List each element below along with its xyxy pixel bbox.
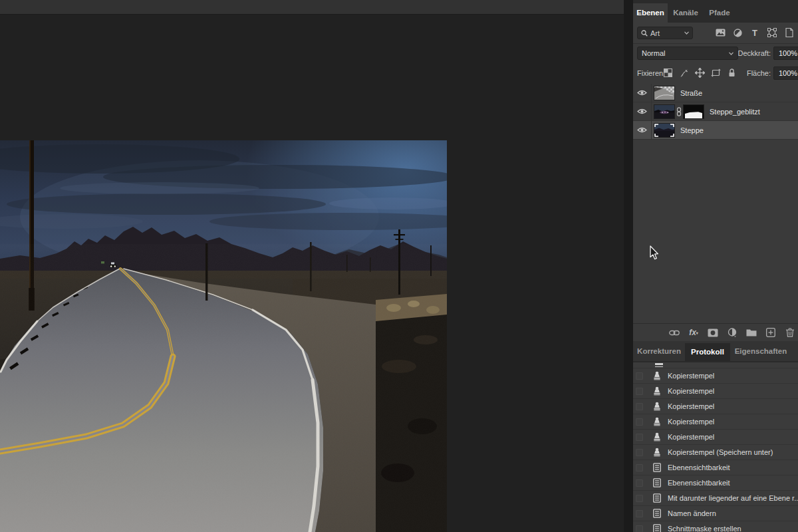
new-layer-icon[interactable] [764, 327, 777, 338]
history-source-well[interactable] [636, 495, 643, 502]
shape-filter-icon[interactable] [766, 27, 778, 38]
lock-transparency-icon[interactable] [662, 67, 674, 78]
history-source-well[interactable] [636, 403, 643, 410]
history-row[interactable]: Ebenensichtbarkeit [633, 475, 798, 491]
history-step-label: Ebenensichtbarkeit [668, 479, 730, 487]
history-source-well[interactable] [636, 449, 643, 456]
history-source-well[interactable] [636, 464, 643, 471]
history-source-well[interactable] [636, 510, 643, 517]
opacity-label: Deckkraft: [737, 44, 771, 63]
visibility-toggle[interactable] [633, 102, 652, 120]
history-source-well[interactable] [636, 388, 643, 395]
adjustment-layer-icon[interactable] [726, 327, 739, 338]
lock-all-icon[interactable] [726, 67, 737, 78]
tab-protokoll[interactable]: Protokoll [685, 343, 730, 361]
layer-row-strasse[interactable]: Straße [633, 84, 798, 102]
visibility-toggle[interactable] [633, 121, 652, 139]
fill-label: Fläche: [747, 64, 771, 82]
history-source-well[interactable] [636, 434, 643, 441]
blend-mode-value: Normal [642, 49, 665, 57]
chevron-down-icon [684, 31, 689, 35]
history-row[interactable]: Kopierstempel [633, 430, 798, 445]
road-photo-image [0, 140, 447, 532]
smart-object-filter-icon[interactable] [783, 27, 795, 38]
mouse-cursor [650, 245, 659, 260]
options-bar [0, 0, 624, 15]
clone-stamp-icon [652, 386, 662, 396]
blend-mode-select[interactable]: Normal [637, 47, 738, 60]
fill-input[interactable]: 100% [773, 66, 798, 80]
history-row[interactable]: Mit darunter liegender auf eine Ebene r.… [633, 491, 798, 506]
tab-pfade[interactable]: Pfade [704, 3, 735, 23]
search-icon [641, 30, 648, 37]
lock-pixels-icon[interactable] [678, 67, 690, 78]
history-row[interactable]: Kopierstempel [633, 384, 798, 399]
clone-stamp-icon [652, 432, 662, 442]
history-step-label: Kopierstempel [668, 372, 714, 380]
document-icon [652, 493, 662, 503]
history-source-well[interactable] [636, 525, 643, 532]
history-step-label: Kopierstempel [668, 387, 714, 395]
history-step-label: Ebenensichtbarkeit [668, 464, 730, 471]
history-step-label: Kopierstempel [668, 433, 714, 441]
layer-name[interactable]: Straße [680, 89, 702, 97]
history-step-label: Kopierstempel [668, 402, 714, 410]
filter-kind-value: Art [650, 29, 660, 37]
add-mask-icon[interactable] [706, 327, 720, 338]
history-list: Kopierstempel Kopierstempel Kopierstempe… [633, 362, 798, 532]
history-step-label: Namen ändern [668, 509, 716, 517]
layer-thumbnail[interactable] [654, 123, 675, 138]
layer-row-steppe[interactable]: Steppe [633, 121, 798, 140]
history-row[interactable]: Kopierstempel [633, 368, 798, 384]
lock-row: Fixieren: Fläche: 100% [633, 63, 798, 84]
clone-stamp-icon [652, 371, 662, 381]
opacity-input[interactable]: 100% [773, 47, 798, 60]
clone-stamp-icon [652, 402, 662, 412]
history-row[interactable]: Ebenensichtbarkeit [633, 460, 798, 475]
lock-artboard-icon[interactable] [710, 67, 722, 78]
history-source-well[interactable] [636, 372, 643, 380]
clone-stamp-icon [652, 448, 662, 458]
history-row[interactable]: Schnittmaske erstellen [633, 521, 798, 532]
layers-footer-toolbar: fx▾ [633, 323, 798, 341]
layer-name[interactable]: Steppe_geblitzt [710, 108, 760, 116]
adjustment-filter-icon[interactable] [732, 27, 743, 38]
eye-icon [637, 126, 647, 134]
history-row[interactable]: Kopierstempel [633, 414, 798, 430]
panel-divider [624, 0, 633, 532]
history-step-label: Kopierstempel [668, 418, 714, 426]
history-source-well[interactable] [636, 418, 643, 426]
layer-thumbnail[interactable] [654, 104, 675, 119]
history-row[interactable]: Kopierstempel [633, 399, 798, 414]
type-filter-icon[interactable]: T [749, 27, 761, 38]
blend-opacity-row: Normal Deckkraft: 100% [633, 44, 798, 63]
layer-mask-thumbnail[interactable] [683, 104, 704, 119]
document-icon [652, 509, 662, 519]
tab-eigenschaften[interactable]: Eigenschaften [732, 341, 790, 361]
history-row[interactable]: Kopierstempel (Speichern unter) [633, 445, 798, 460]
mask-link-icon[interactable] [675, 107, 682, 116]
tab-kanaele[interactable]: Kanäle [668, 3, 704, 23]
delete-layer-icon[interactable] [783, 327, 797, 338]
layer-row-steppe-geblitzt[interactable]: Steppe_geblitzt [633, 102, 798, 121]
history-step-label: Kopierstempel (Speichern unter) [668, 448, 773, 456]
tab-korrekturen[interactable]: Korrekturen [633, 341, 685, 361]
lock-position-icon[interactable] [694, 67, 706, 78]
visibility-toggle[interactable] [633, 84, 652, 102]
layer-styles-icon[interactable]: fx▾ [687, 327, 700, 338]
document-icon [652, 524, 662, 532]
link-layers-icon[interactable] [668, 327, 681, 338]
layer-filter-kind-select[interactable]: Art [637, 27, 693, 39]
history-row-partial[interactable] [633, 362, 798, 368]
lock-label: Fixieren: [637, 64, 665, 82]
canvas-photo[interactable] [0, 140, 447, 532]
history-row[interactable]: Namen ändern [633, 506, 798, 521]
new-group-icon[interactable] [745, 327, 758, 338]
layer-name[interactable]: Steppe [680, 126, 704, 134]
tab-ebenen[interactable]: Ebenen [633, 3, 668, 23]
history-source-well[interactable] [636, 479, 643, 487]
history-step-label: Mit darunter liegender auf eine Ebene r.… [668, 494, 798, 502]
history-step-label: Schnittmaske erstellen [668, 525, 741, 532]
pixel-layers-filter-icon[interactable] [714, 27, 726, 38]
layer-thumbnail[interactable] [654, 86, 675, 100]
